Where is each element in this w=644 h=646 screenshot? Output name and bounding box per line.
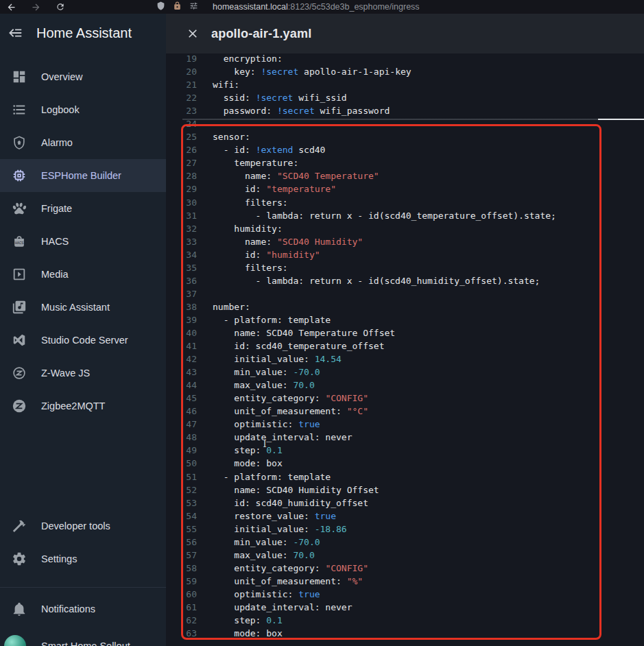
line-content: key: !secret apollo-air-1-api-key [197, 65, 412, 78]
sidebar-toggle-icon[interactable] [7, 24, 25, 42]
code-line[interactable]: 49 step: 0.1 [166, 444, 644, 457]
line-number: 35 [166, 261, 197, 274]
code-line[interactable]: 43 min_value: -70.0 [166, 366, 644, 379]
sidebar-item-settings[interactable]: Settings [0, 542, 166, 575]
permissions-lock-icon[interactable] [173, 1, 182, 13]
code-line[interactable]: 22 ssid: !secret wifi_ssid [166, 91, 644, 104]
code-line[interactable]: 46 unit_of_measurement: "°C" [166, 405, 644, 418]
line-content: - lambda: return x - id(scd40_humidity_o… [197, 274, 540, 287]
code-line[interactable]: 50 mode: box [166, 457, 644, 470]
code-line[interactable]: 30 filters: [166, 196, 644, 209]
sidebar-nav: OverviewLogbookAlarmoESPHome BuilderFrig… [0, 60, 166, 422]
code-line[interactable]: 57 max_value: 70.0 [166, 549, 644, 562]
line-number: 51 [166, 470, 197, 483]
sidebar-item-studio-code-server[interactable]: Studio Code Server [0, 324, 166, 357]
line-content: initial_value: -18.86 [197, 523, 347, 536]
code-line[interactable]: 39 - platform: template [166, 313, 644, 326]
code-line[interactable]: 63 mode: box [166, 627, 644, 640]
line-number: 40 [166, 326, 197, 339]
code-line[interactable]: 45 entity_category: "CONFIG" [166, 392, 644, 405]
url-bar[interactable]: homeassistant.local:8123/5c53de3b_esphom… [213, 0, 420, 14]
line-content: min_value: -70.0 [197, 366, 320, 379]
reload-button[interactable] [55, 1, 66, 12]
code-line[interactable]: 61 update_interval: never [166, 601, 644, 614]
sidebar-item-music-assistant[interactable]: Music Assistant [0, 291, 166, 324]
gear-icon [11, 551, 27, 567]
code-line[interactable]: 53 id: scd40_humidity_offset [166, 497, 644, 510]
code-line[interactable]: 36 - lambda: return x - id(scd40_humidit… [166, 274, 644, 287]
code-line[interactable]: 29 id: "temperature" [166, 182, 644, 195]
code-line[interactable]: 31 - lambda: return x - id(scd40_tempera… [166, 209, 644, 222]
code-line[interactable]: 51 - platform: template [166, 470, 644, 483]
code-line[interactable]: 34 id: "humidity" [166, 248, 644, 261]
code-line[interactable]: 47 optimistic: true [166, 418, 644, 431]
sidebar-item-zigbee2mqtt[interactable]: Zigbee2MQTT [0, 390, 166, 422]
sidebar-item-esphome-builder[interactable]: ESPHome Builder [0, 159, 166, 192]
code-line[interactable]: 32 humidity: [166, 222, 644, 235]
code-line[interactable]: 33 name: "SCD40 Humidity" [166, 235, 644, 248]
code-line[interactable]: 28 name: "SCD40 Temperature" [166, 169, 644, 182]
code-editor[interactable]: 19 encryption:20 key: !secret apollo-air… [166, 53, 644, 646]
sidebar-profile[interactable]: Smart Home Sellout [0, 625, 166, 646]
code-line[interactable]: 19 encryption: [166, 53, 644, 65]
line-content: mode: box [197, 627, 283, 640]
sidebar-item-developer-tools[interactable]: Developer tools [0, 510, 166, 542]
line-content: name: SCD40 Temperature Offset [197, 326, 395, 339]
code-line[interactable]: 42 initial_value: 14.54 [166, 352, 644, 366]
code-line[interactable]: 20 key: !secret apollo-air-1-api-key [166, 65, 644, 78]
tracking-shield-icon[interactable] [156, 1, 165, 13]
code-line[interactable]: 26 - id: !extend scd40 [166, 143, 644, 156]
code-line[interactable]: 54 restore_value: true [166, 510, 644, 523]
line-number: 34 [166, 248, 197, 261]
code-line[interactable]: 25sensor: [166, 130, 644, 143]
sidebar-item-logbook[interactable]: Logbook [0, 93, 166, 126]
line-number: 59 [166, 575, 197, 588]
code-area[interactable]: 19 encryption:20 key: !secret apollo-air… [166, 53, 644, 640]
code-line[interactable]: 59 unit_of_measurement: "%" [166, 575, 644, 588]
sidebar-item-hacs[interactable]: HACSHACS [0, 225, 166, 258]
code-line[interactable]: 44 max_value: 70.0 [166, 379, 644, 392]
sidebar-item-notifications[interactable]: Notifications [0, 593, 166, 625]
code-line[interactable]: 21wifi: [166, 78, 644, 91]
code-line[interactable]: 38number: [166, 300, 644, 313]
line-number: 48 [166, 431, 197, 444]
code-line[interactable]: 35 filters: [166, 261, 644, 274]
line-number: 42 [166, 352, 197, 366]
code-line[interactable]: 62 step: 0.1 [166, 614, 644, 627]
line-number: 47 [166, 418, 197, 431]
code-line[interactable]: 27 temperature: [166, 156, 644, 169]
code-line[interactable]: 37 [166, 287, 644, 300]
editor-header: apollo-air-1.yaml [166, 14, 644, 53]
sidebar-item-media[interactable]: Media [0, 258, 166, 291]
sidebar-item-alarmo[interactable]: Alarmo [0, 126, 166, 159]
code-line[interactable]: 58 entity_category: "CONFIG" [166, 562, 644, 575]
code-line[interactable]: 60 optimistic: true [166, 588, 644, 601]
code-line[interactable]: 24 [166, 117, 644, 130]
back-button[interactable] [5, 1, 16, 12]
line-number: 53 [166, 497, 197, 510]
user-avatar [4, 635, 26, 646]
line-content: filters: [197, 196, 288, 209]
line-content: password: !secret wifi_password [197, 104, 390, 117]
line-content: number: [197, 300, 250, 313]
sidebar-item-z-wave-js[interactable]: Z-Wave JS [0, 357, 166, 390]
line-content: ssid: !secret wifi_ssid [197, 91, 347, 104]
line-number: 24 [166, 117, 197, 130]
code-line[interactable]: 48 update_interval: never [166, 431, 644, 444]
line-number: 37 [166, 287, 197, 300]
code-line[interactable]: 41 id: scd40_temperature_offset [166, 339, 644, 352]
vscode-icon [11, 332, 27, 348]
close-editor-button[interactable] [185, 26, 200, 41]
code-line[interactable]: 23 password: !secret wifi_password [166, 104, 644, 117]
code-line[interactable]: 55 initial_value: -18.86 [166, 523, 644, 536]
browser-toolbar: homeassistant.local:8123/5c53de3b_esphom… [0, 0, 644, 14]
code-line[interactable]: 56 min_value: -70.0 [166, 536, 644, 549]
sidebar-item-overview[interactable]: Overview [0, 60, 166, 93]
code-line[interactable]: 52 name: SCD40 Humidity Offset [166, 483, 644, 497]
code-line[interactable]: 40 name: SCD40 Temperature Offset [166, 326, 644, 339]
site-settings-icon[interactable] [189, 1, 198, 13]
hammer-icon [11, 518, 27, 534]
sidebar-item-frigate[interactable]: Frigate [0, 192, 166, 225]
forward-button[interactable] [30, 1, 41, 12]
play-box-icon [11, 266, 27, 283]
